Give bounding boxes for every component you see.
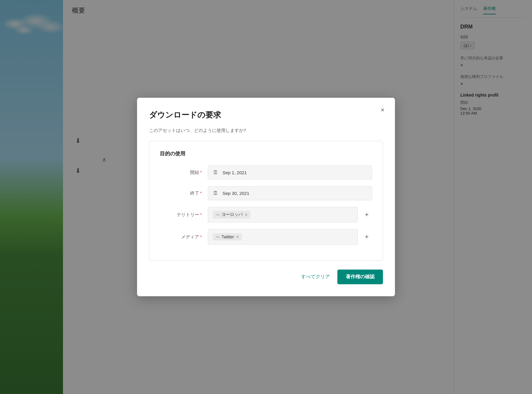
media-tag-label: Twitter bbox=[222, 234, 234, 239]
modal-footer: すべてクリア 著作権の確認 bbox=[149, 270, 383, 284]
territory-row: テリトリー* <> ヨーロッパ × + bbox=[160, 207, 372, 222]
modal-description: このアセットはいつ、どのように使用しますか? bbox=[149, 128, 383, 133]
download-modal: ダウンロードの要求 × このアセットはいつ、どのように使用しますか? 目的の使用… bbox=[137, 98, 395, 296]
start-date-field[interactable]: 🗓 Sep 1, 2021 bbox=[208, 166, 372, 180]
media-add-button[interactable]: + bbox=[361, 231, 372, 242]
end-date-field[interactable]: 🗓 Sep 30, 2021 bbox=[208, 186, 372, 200]
clear-button[interactable]: すべてクリア bbox=[301, 274, 330, 280]
media-row: メディア* <> Twitter × + bbox=[160, 229, 372, 245]
confirm-button[interactable]: 著作権の確認 bbox=[337, 270, 383, 284]
media-tag-remove[interactable]: × bbox=[236, 234, 239, 239]
start-date-value: Sep 1, 2021 bbox=[223, 170, 247, 175]
end-label: 終了* bbox=[160, 190, 202, 196]
end-date-value: Sep 30, 2021 bbox=[223, 191, 249, 196]
form-section-title: 目的の使用 bbox=[160, 150, 372, 157]
media-label: メディア* bbox=[160, 234, 202, 240]
media-tag-twitter: <> Twitter × bbox=[213, 233, 242, 240]
territory-tag-label: ヨーロッパ bbox=[222, 212, 243, 217]
territory-add-button[interactable]: + bbox=[361, 209, 372, 220]
modal-overlay: ダウンロードの要求 × このアセットはいつ、どのように使用しますか? 目的の使用… bbox=[0, 0, 532, 394]
territory-field[interactable]: <> ヨーロッパ × bbox=[208, 207, 358, 222]
territory-label: テリトリー* bbox=[160, 212, 202, 218]
territory-tag-remove[interactable]: × bbox=[245, 212, 247, 217]
end-calendar-icon: 🗓 bbox=[213, 190, 218, 196]
start-calendar-icon: 🗓 bbox=[213, 169, 218, 176]
tag-code-icon: <> bbox=[216, 213, 220, 216]
form-card: 目的の使用 開始* 🗓 Sep 1, 2021 終了* 🗓 Sep 30, bbox=[149, 141, 383, 261]
modal-title: ダウンロードの要求 bbox=[149, 110, 383, 120]
territory-tag-europe: <> ヨーロッパ × bbox=[213, 211, 250, 219]
start-label: 開始* bbox=[160, 170, 202, 175]
start-date-row: 開始* 🗓 Sep 1, 2021 bbox=[160, 166, 372, 180]
end-date-row: 終了* 🗓 Sep 30, 2021 bbox=[160, 186, 372, 200]
media-field[interactable]: <> Twitter × bbox=[208, 229, 358, 245]
media-tag-code-icon: <> bbox=[216, 235, 220, 239]
modal-close-button[interactable]: × bbox=[381, 107, 384, 113]
